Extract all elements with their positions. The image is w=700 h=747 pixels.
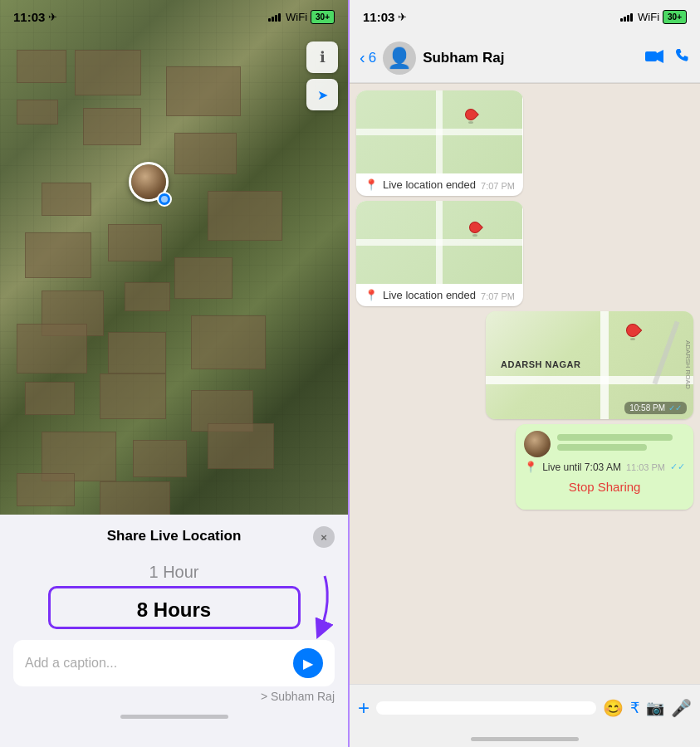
msg-text-1: Live location ended: [383, 178, 476, 191]
svg-marker-2: [657, 50, 663, 63]
battery-right: 30+: [663, 10, 687, 24]
time-picker[interactable]: 1 Hour 8 Hours: [0, 551, 348, 637]
plus-button[interactable]: +: [358, 696, 370, 720]
live-avatar: [524, 431, 551, 457]
chat-header: ‹ 6 👤 Subham Raj: [350, 33, 700, 83]
location-dot: [157, 192, 172, 207]
chat-body: 📍 Live location ended 7:07 PM 📍 Li: [350, 84, 700, 684]
message-sent-map[interactable]: ADARSH NAGAR ADARSH ROAD 10:58 PM ✓✓: [486, 311, 693, 419]
right-panel: 11:03 ✈ WiFi 30+ ‹ 6 👤 Subham Raj: [350, 0, 700, 747]
home-indicator-left: [0, 710, 348, 726]
stop-sharing-button[interactable]: Stop Sharing: [569, 480, 641, 494]
camera-button[interactable]: 📷: [646, 699, 664, 717]
sent-map-view: ADARSH NAGAR ADARSH ROAD 10:58 PM ✓✓: [486, 311, 693, 419]
map-info-button[interactable]: ℹ: [306, 42, 338, 73]
time-option-8-hours[interactable]: 8 Hours: [58, 590, 291, 630]
live-text-lines: [557, 434, 685, 454]
live-time: 11:03 PM: [626, 462, 665, 472]
share-location-sheet: Share Live Location × 1 Hour 8 Hours Add…: [0, 515, 348, 747]
send-button[interactable]: ▶: [293, 648, 323, 678]
live-location-icon: 📍: [524, 461, 537, 473]
back-count[interactable]: 6: [369, 50, 376, 66]
time-left: 11:03: [13, 10, 45, 24]
map-pin-sent: [626, 324, 639, 340]
msg-footer-2: 📍 Live location ended 7:07 PM: [356, 284, 523, 306]
selection-arrow: [275, 568, 341, 642]
live-info-row: 📍 Live until 7:03 AM 11:03 PM ✓✓: [524, 461, 685, 473]
live-until-text: Live until 7:03 AM: [542, 461, 621, 473]
back-button[interactable]: ‹ 6: [360, 48, 376, 67]
status-bar-left: 11:03 ✈ WiFi 30+: [0, 0, 348, 33]
map-pin-1: [465, 109, 477, 124]
status-bar-right: 11:03 ✈ WiFi 30+: [350, 0, 700, 33]
sheet-close-button[interactable]: ×: [313, 526, 335, 548]
time-option-1-hour[interactable]: 1 Hour: [58, 554, 291, 590]
phone-call-icon[interactable]: [675, 48, 690, 67]
signal-bars-left: [268, 12, 281, 22]
live-check: ✓✓: [670, 461, 685, 472]
live-location-bubble[interactable]: 📍 Live until 7:03 AM 11:03 PM ✓✓ Stop Sh…: [516, 424, 693, 510]
contact-avatar[interactable]: 👤: [383, 42, 416, 75]
caption-placeholder[interactable]: Add a caption...: [25, 656, 117, 671]
rupee-button[interactable]: ₹: [630, 699, 639, 717]
status-icons-right: WiFi 30+: [620, 10, 687, 24]
sent-map-time: 10:58 PM: [629, 403, 665, 413]
video-call-icon[interactable]: [645, 48, 663, 67]
msg-time-2: 7:07 PM: [481, 291, 515, 301]
signal-bars-right: [620, 12, 633, 22]
user-location-marker: [129, 162, 172, 205]
message-received-1[interactable]: 📍 Live location ended 7:07 PM: [356, 90, 523, 196]
map-thumbnail-2: [356, 201, 522, 284]
home-indicator-right: [350, 730, 700, 747]
map-pin-2: [469, 222, 481, 237]
live-avatar-row: [524, 431, 685, 457]
sheet-header: Share Live Location ×: [0, 515, 348, 551]
mic-button[interactable]: 🎤: [671, 698, 692, 718]
caption-bar[interactable]: Add a caption... ▶: [13, 640, 335, 686]
chat-actions: [645, 48, 690, 67]
map-thumbnail-1: [356, 90, 522, 173]
battery-left: 30+: [311, 10, 335, 24]
send-icon: ▶: [303, 656, 313, 671]
time-right: 11:03: [363, 10, 394, 24]
msg-footer-1: 📍 Live location ended 7:07 PM: [356, 173, 523, 196]
emoji-button[interactable]: 😊: [603, 698, 624, 718]
msg-text-2: Live location ended: [383, 289, 476, 301]
map-area-label: ADARSH NAGAR: [501, 359, 580, 369]
sheet-title: Share Live Location: [107, 528, 242, 544]
map-view[interactable]: 11:03 ✈ WiFi 30+ ℹ ➤: [0, 0, 348, 515]
msg-time-1: 7:07 PM: [481, 181, 515, 191]
contact-name[interactable]: Subham Raj: [423, 50, 639, 66]
left-panel: 11:03 ✈ WiFi 30+ ℹ ➤: [0, 0, 350, 747]
status-icons-left: WiFi 30+: [268, 10, 335, 24]
sent-map-check: ✓✓: [668, 403, 682, 413]
map-location-button[interactable]: ➤: [306, 79, 338, 110]
svg-rect-1: [645, 51, 657, 61]
recipient-label: > Subham Raj: [0, 686, 348, 710]
message-input[interactable]: [376, 701, 596, 715]
chat-input-bar: + 😊 ₹ 📷 🎤: [350, 684, 700, 730]
message-received-2[interactable]: 📍 Live location ended 7:07 PM: [356, 201, 523, 306]
stop-sharing-row: Stop Sharing: [524, 473, 685, 503]
